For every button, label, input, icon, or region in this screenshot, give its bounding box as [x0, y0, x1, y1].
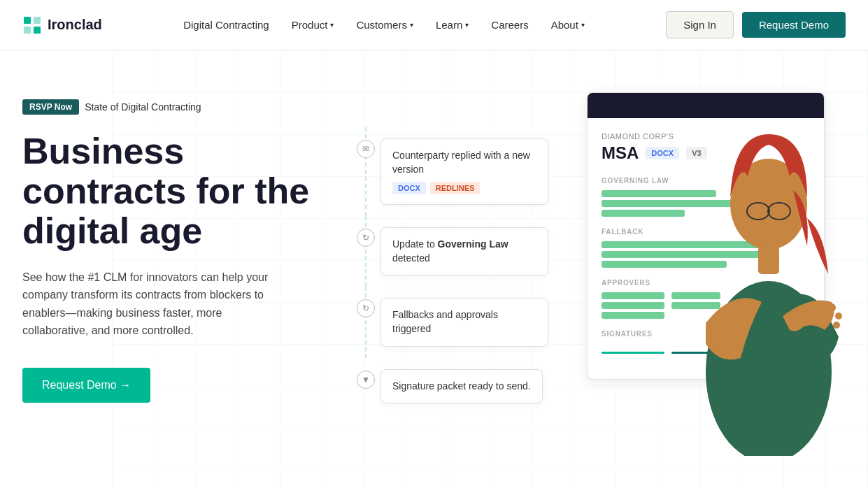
svg-rect-2 — [24, 27, 31, 34]
chevron-down-icon: ▾ — [410, 21, 413, 29]
timeline-text-1: Counterparty replied with a new version — [392, 149, 536, 176]
timeline-text-3: Fallbacks and approvals triggered — [392, 308, 536, 336]
svg-rect-0 — [24, 17, 31, 24]
msa-title: MSA — [602, 143, 639, 163]
nav-digital-contracting[interactable]: Digital Contracting — [183, 19, 269, 31]
sign-in-button[interactable]: Sign In — [666, 11, 734, 38]
nav-product[interactable]: Product ▾ — [292, 19, 334, 31]
refresh-icon-2: ↻ — [357, 299, 375, 317]
signature-line-1 — [602, 352, 664, 354]
refresh-icon: ↻ — [357, 229, 375, 247]
navbar: Ironclad Digital Contracting Product ▾ C… — [0, 0, 868, 50]
hero-cta-button[interactable]: Request Demo → — [22, 368, 150, 403]
timeline-card-4: Signature packet ready to send. — [380, 369, 543, 404]
chevron-down-icon: ▾ — [581, 21, 585, 29]
nav-links: Digital Contracting Product ▾ Customers … — [183, 19, 585, 31]
tag-row-1: DOCX REDLINES — [392, 182, 536, 194]
rsvp-badge[interactable]: RSVP Now — [22, 99, 79, 115]
svg-rect-1 — [34, 17, 41, 24]
timeline-item-2: ↻ Update to Governing Law detected — [365, 216, 548, 287]
nav-actions: Sign In Request Demo — [666, 11, 846, 38]
timeline-card-1: Counterparty replied with a new version … — [380, 138, 548, 205]
timeline-item-4: ▼ Signature packet ready to send. — [365, 358, 548, 415]
nav-customers[interactable]: Customers ▾ — [356, 19, 413, 31]
timeline-text-2: Update to Governing Law detected — [392, 238, 536, 265]
svg-point-9 — [833, 322, 840, 329]
timeline: ✉ Counterparty replied with a new versio… — [365, 127, 548, 415]
timeline-item-3: ↻ Fallbacks and approvals triggered — [365, 287, 548, 357]
brand-name: Ironclad — [48, 17, 102, 33]
badge-subtitle: State of Digital Contracting — [85, 101, 201, 113]
email-icon: ✉ — [357, 140, 375, 158]
hero-subtitle: See how the #1 CLM for innovators can he… — [22, 268, 288, 340]
svg-rect-3 — [34, 27, 41, 34]
hero-section: RSVP Now State of Digital Contracting Bu… — [0, 50, 868, 488]
download-icon: ▼ — [357, 371, 375, 389]
chevron-down-icon: ▾ — [330, 21, 334, 29]
request-demo-nav-button[interactable]: Request Demo — [742, 12, 846, 38]
tag-redlines: REDLINES — [430, 182, 481, 194]
hero-title: Business contracts for the digital age — [22, 131, 323, 252]
logo[interactable]: Ironclad — [22, 15, 102, 35]
bar-3 — [602, 210, 685, 217]
nav-learn[interactable]: Learn ▾ — [436, 19, 469, 31]
chevron-down-icon: ▾ — [465, 21, 469, 29]
timeline-item-1: ✉ Counterparty replied with a new versio… — [365, 127, 548, 216]
approver-col-1 — [602, 292, 664, 319]
hero-badge: RSVP Now State of Digital Contracting — [22, 99, 201, 115]
timeline-card-3: Fallbacks and approvals triggered — [380, 298, 548, 346]
ironclad-logo-icon — [22, 15, 42, 35]
tag-docx: DOCX — [392, 182, 426, 194]
msa-docx-tag: DOCX — [646, 147, 679, 159]
person-svg — [692, 78, 846, 456]
approver-bar-3 — [602, 312, 664, 319]
timeline-card-2: Update to Governing Law detected — [380, 227, 548, 275]
timeline-text-4: Signature packet ready to send. — [392, 380, 531, 394]
svg-point-7 — [827, 303, 836, 312]
hero-content: RSVP Now State of Digital Contracting Bu… — [22, 85, 846, 403]
hero-left: RSVP Now State of Digital Contracting Bu… — [22, 85, 323, 403]
approver-bar-1 — [602, 292, 664, 299]
nav-about[interactable]: About ▾ — [551, 19, 585, 31]
hero-person-illustration — [692, 78, 846, 456]
svg-point-8 — [835, 313, 842, 320]
approver-bar-2 — [602, 302, 664, 309]
nav-careers[interactable]: Careers — [491, 19, 528, 31]
svg-rect-6 — [758, 246, 779, 274]
